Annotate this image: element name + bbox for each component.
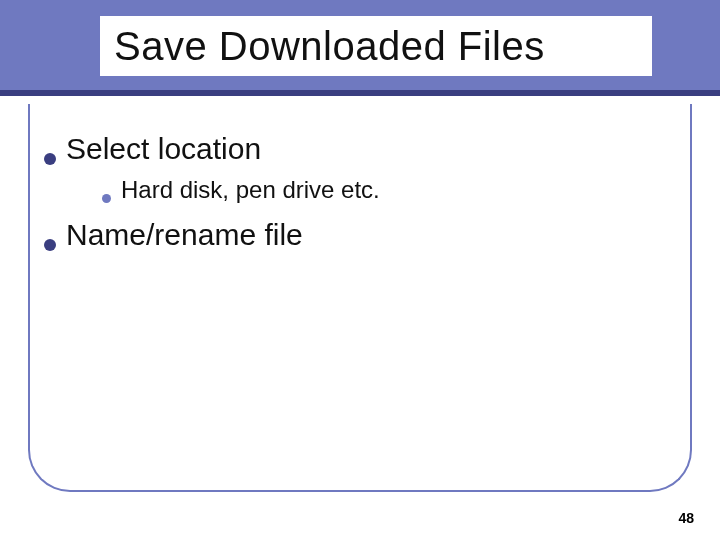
list-item: Hard disk, pen drive etc.	[102, 176, 676, 204]
list-item-text: Name/rename file	[66, 218, 303, 252]
page-number: 48	[678, 510, 694, 526]
bullet-icon	[44, 239, 56, 251]
list-item-text: Select location	[66, 132, 261, 166]
slide-title: Save Downloaded Files	[114, 24, 545, 69]
bullet-icon	[44, 153, 56, 165]
accent-line	[0, 90, 720, 96]
bullet-icon	[102, 194, 111, 203]
list-item: Name/rename file	[44, 218, 676, 252]
title-container: Save Downloaded Files	[100, 16, 652, 76]
slide: Save Downloaded Files Select location Ha…	[0, 0, 720, 540]
list-item-text: Hard disk, pen drive etc.	[121, 176, 380, 204]
list-item: Select location	[44, 132, 676, 166]
content-area: Select location Hard disk, pen drive etc…	[44, 132, 676, 262]
